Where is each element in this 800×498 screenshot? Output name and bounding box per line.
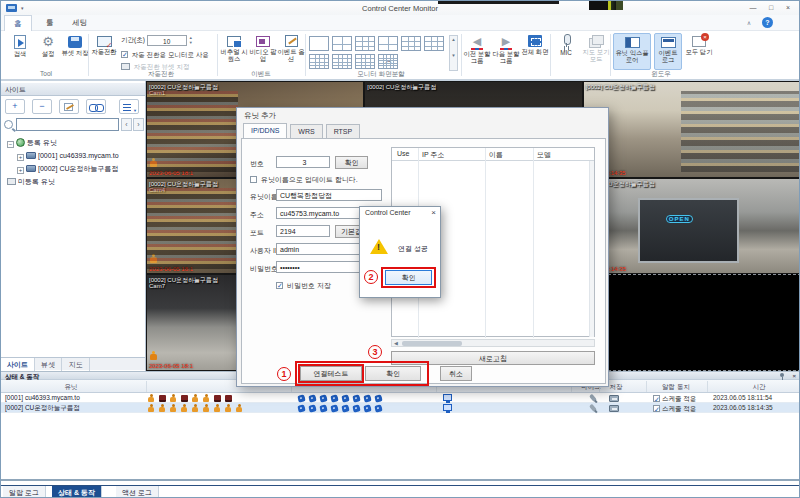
- settings-button[interactable]: ⚙ 설정: [34, 33, 62, 70]
- sort-list-button[interactable]: [119, 99, 139, 114]
- list-horizontal-scrollbar[interactable]: ◀: [391, 339, 595, 347]
- sidebar-tab-map[interactable]: 지도: [63, 358, 90, 371]
- schedule-checkbox[interactable]: [653, 405, 660, 412]
- unit-label: [0001] cu46393.mycam.to: [38, 152, 119, 159]
- split-layout-icon[interactable]: [378, 36, 398, 51]
- unit-name-input[interactable]: CU행복한첨당점: [276, 189, 382, 201]
- help-icon[interactable]: ?: [762, 17, 773, 28]
- save-viewset-button[interactable]: 뷰셋 저장: [61, 33, 89, 70]
- search-button[interactable]: 검색: [6, 33, 34, 70]
- status-table-row[interactable]: [0001] cu46393.mycam.to스케줄 적용2023.06.05 …: [1, 393, 799, 403]
- schedule-checkbox[interactable]: [653, 395, 660, 402]
- tab-home[interactable]: 홈: [4, 15, 32, 31]
- number-check-button[interactable]: 확인: [335, 156, 368, 169]
- use-monitor-checkbox[interactable]: [121, 51, 128, 58]
- tab-tool[interactable]: 툴: [37, 15, 63, 31]
- port-input[interactable]: 2194: [276, 225, 330, 237]
- maximize-button[interactable]: □: [763, 2, 779, 13]
- person-status-icon: [170, 404, 176, 412]
- mic-button[interactable]: MIC: [552, 33, 580, 70]
- split-layout-icon[interactable]: [355, 36, 375, 51]
- tree-node-unit[interactable]: +[0001] cu46393.mycam.to: [17, 150, 119, 162]
- alarm-schedule-cell[interactable]: 스케줄 적용: [653, 404, 696, 414]
- tab-action-log[interactable]: 액션 로그: [116, 486, 159, 498]
- sidebar-tab-site[interactable]: 사이트: [1, 358, 35, 371]
- video-tile[interactable]: [583, 274, 800, 371]
- autoswitch-group-label: 자동전환: [121, 70, 201, 79]
- minimize-button[interactable]: —: [745, 2, 761, 13]
- search-next-button[interactable]: ›: [133, 118, 144, 131]
- close-button[interactable]: ×: [780, 2, 796, 13]
- add-unit-button[interactable]: +: [5, 99, 25, 114]
- video-popup-button[interactable]: 비디오 팝업: [249, 33, 277, 70]
- tree-node-unregistered[interactable]: 미등록 유닛: [7, 176, 55, 188]
- event-options-button[interactable]: 이벤트 옵션: [277, 33, 305, 70]
- duration-input[interactable]: 10▲▼: [147, 35, 187, 46]
- annotation-box-ok: [381, 267, 436, 288]
- edit-unit-button[interactable]: [59, 99, 79, 114]
- tile-unit-label: [0002] CU운정하늘구름점: [149, 83, 218, 92]
- split-layout-icon[interactable]: [309, 54, 329, 69]
- search-prev-button[interactable]: ‹: [121, 118, 132, 131]
- prev-split-group-button[interactable]: ◀ 이전 분할 그룹: [463, 33, 491, 70]
- scroll-left-icon[interactable]: ◀: [392, 340, 400, 347]
- person-status-icon: [159, 404, 165, 412]
- collapse-icon[interactable]: −: [7, 141, 14, 148]
- split-layout-icon[interactable]: [309, 36, 329, 51]
- dvr-icon: [26, 165, 36, 172]
- split-layout-icon[interactable]: [332, 36, 352, 51]
- tree-node-unit[interactable]: +[0002] CU운정하늘구름점: [17, 163, 119, 175]
- sidebar-search-input[interactable]: [16, 118, 119, 131]
- dialog-tab-wrs[interactable]: WRS: [290, 124, 322, 138]
- unit-explorer-button[interactable]: 유닛 익스플로어: [613, 33, 651, 70]
- virtual-sequence-button[interactable]: 버추얼 시퀀스: [220, 33, 248, 70]
- panel-splitter[interactable]: [1, 479, 799, 481]
- update-name-row[interactable]: 유닛이름으로 업데이트 합니다.: [250, 175, 358, 185]
- split-scroll-arrows[interactable]: ▲▼: [449, 35, 458, 71]
- video-tile[interactable]: [0002] CU운정하늘구름점06.05 18:14:35: [583, 81, 800, 178]
- camera-status-icon: [341, 404, 349, 412]
- pin-icon[interactable]: [778, 373, 785, 380]
- split-layout-icon[interactable]: 25: [378, 54, 398, 69]
- fullscreen-button[interactable]: 전체 화면: [521, 33, 549, 70]
- schedule-label: 스케줄 적용: [662, 405, 696, 412]
- remove-unit-button[interactable]: −: [32, 99, 52, 114]
- sidebar-tab-viewset[interactable]: 뷰셋: [35, 358, 62, 371]
- save-password-label: 비밀번호 저장: [287, 282, 331, 289]
- spinner-arrows-icon[interactable]: ▲▼: [187, 35, 195, 46]
- split-layout-icon[interactable]: [401, 36, 421, 51]
- auto-switch-button[interactable]: 자동전환: [90, 33, 118, 70]
- virtual-sequence-icon: [227, 36, 241, 47]
- update-name-checkbox[interactable]: [250, 176, 257, 183]
- number-input[interactable]: 3: [276, 156, 330, 168]
- dialog-tab-rtsp[interactable]: RTSP: [326, 124, 361, 138]
- dialog-tab-ipddns[interactable]: IP/DDNS: [243, 123, 287, 138]
- event-log-button[interactable]: 이벤트 로그: [654, 33, 682, 70]
- dialog-cancel-button[interactable]: 취소: [440, 366, 472, 381]
- save-password-row[interactable]: 비밀번호 저장: [276, 281, 331, 291]
- sidebar-title: 사이트: [1, 83, 145, 96]
- tab-settings[interactable]: 세팅: [63, 15, 96, 31]
- split-layout-icon[interactable]: [424, 36, 444, 51]
- tree-node-registered[interactable]: −등록 유닛: [7, 137, 57, 149]
- search-magnifier-icon: [4, 120, 13, 129]
- split-layout-icon[interactable]: [355, 54, 375, 69]
- tab-alarm-log[interactable]: 알람 로그: [3, 486, 46, 498]
- expand-icon[interactable]: +: [17, 167, 24, 174]
- status-table-row[interactable]: [0002] CU운정하늘구름점스케줄 적용2023.06.05 18:14:3…: [1, 403, 799, 413]
- split-layout-icon[interactable]: [332, 54, 352, 69]
- video-tile[interactable]: [0002] CU운정하늘구름점OPEN06-05 18:14:35: [583, 178, 800, 275]
- use-monitor-label: 자동 전환용 모니터로 사용: [132, 51, 209, 58]
- popup-close-icon[interactable]: ×: [431, 208, 436, 217]
- list-vertical-scrollbar[interactable]: [589, 161, 594, 337]
- expand-icon[interactable]: +: [17, 154, 24, 161]
- scrollbar-thumb[interactable]: [402, 341, 462, 346]
- connect-button[interactable]: [86, 99, 106, 114]
- tab-status-action[interactable]: 상태 & 동작: [52, 486, 102, 498]
- close-all-button[interactable]: 모두 닫기: [685, 33, 713, 70]
- next-split-group-button[interactable]: ▶ 다음 분할 그룹: [492, 33, 520, 70]
- ribbon-collapse-icon[interactable]: ∧: [743, 18, 755, 28]
- row-unit-name: [0002] CU운정하늘구름점: [5, 403, 80, 413]
- use-monitor-row[interactable]: 자동 전환용 모니터로 사용: [121, 51, 209, 60]
- save-password-checkbox[interactable]: [276, 282, 283, 289]
